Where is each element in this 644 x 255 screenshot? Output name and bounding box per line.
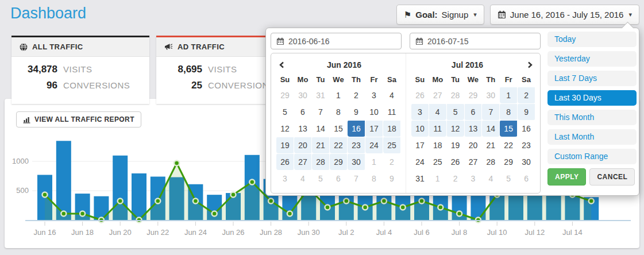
day-cell[interactable]: 19 — [446, 137, 464, 153]
day-cell[interactable]: 12 — [276, 120, 294, 137]
day-cell[interactable]: 21 — [482, 137, 500, 153]
day-cell[interactable]: 20 — [464, 137, 482, 153]
day-cell[interactable]: 18 — [429, 137, 446, 153]
preset-yesterday[interactable]: Yesterday — [547, 51, 637, 67]
day-cell[interactable]: 21 — [312, 137, 330, 153]
day-cell[interactable]: 17 — [365, 120, 383, 137]
preset-today[interactable]: Today — [547, 32, 637, 47]
day-cell[interactable]: 2 — [518, 87, 535, 103]
day-cell[interactable]: 19 — [276, 137, 294, 153]
day-cell[interactable]: 5 — [446, 103, 464, 120]
day-cell[interactable]: 30 — [348, 153, 365, 170]
day-cell[interactable]: 7 — [482, 103, 500, 120]
day-cell[interactable]: 29 — [464, 87, 482, 103]
day-cell[interactable]: 30 — [294, 87, 312, 103]
date-range-button[interactable]: June 16, 2016 - July 15, 2016 ▾ — [490, 5, 639, 25]
day-cell[interactable]: 13 — [294, 120, 312, 137]
day-cell[interactable]: 1 — [429, 170, 446, 187]
day-cell[interactable]: 27 — [294, 153, 312, 170]
day-cell[interactable]: 3 — [464, 170, 482, 187]
day-cell[interactable]: 2 — [348, 87, 365, 103]
day-cell[interactable]: 14 — [482, 120, 500, 137]
day-cell[interactable]: 3 — [411, 103, 429, 120]
day-cell[interactable]: 6 — [294, 103, 312, 120]
day-cell[interactable]: 24 — [411, 153, 429, 170]
day-cell[interactable]: 27 — [429, 87, 446, 103]
day-cell[interactable]: 6 — [330, 170, 348, 187]
day-cell[interactable]: 9 — [348, 103, 365, 120]
day-cell[interactable]: 6 — [464, 103, 482, 120]
day-cell[interactable]: 11 — [429, 120, 446, 137]
preset-custom-range[interactable]: Custom Range — [547, 149, 637, 164]
day-cell[interactable]: 9 — [518, 103, 535, 120]
preset-last-7-days[interactable]: Last 7 Days — [547, 71, 637, 86]
day-cell[interactable]: 26 — [276, 153, 294, 170]
day-cell[interactable]: 25 — [429, 153, 446, 170]
day-cell[interactable]: 29 — [330, 153, 348, 170]
day-cell[interactable]: 5 — [276, 103, 294, 120]
day-cell[interactable]: 2 — [446, 170, 464, 187]
day-cell[interactable]: 28 — [482, 153, 500, 170]
day-cell[interactable]: 1 — [365, 153, 383, 170]
day-cell[interactable]: 8 — [365, 170, 383, 187]
day-cell[interactable]: 29 — [276, 87, 294, 103]
next-month-icon[interactable] — [524, 61, 535, 69]
day-cell[interactable]: 15 — [500, 120, 518, 137]
day-cell[interactable]: 27 — [464, 153, 482, 170]
day-cell[interactable]: 16 — [348, 120, 365, 137]
day-cell[interactable]: 15 — [330, 120, 348, 137]
day-cell[interactable]: 30 — [482, 87, 500, 103]
day-cell[interactable]: 1 — [500, 87, 518, 103]
day-cell[interactable]: 4 — [294, 170, 312, 187]
day-cell[interactable]: 23 — [518, 137, 535, 153]
day-cell[interactable]: 28 — [446, 87, 464, 103]
day-cell[interactable]: 8 — [330, 103, 348, 120]
day-cell[interactable]: 8 — [500, 103, 518, 120]
apply-button[interactable]: APPLY — [547, 168, 586, 186]
day-cell[interactable]: 10 — [365, 103, 383, 120]
day-cell[interactable]: 1 — [330, 87, 348, 103]
prev-month-icon[interactable] — [276, 61, 287, 69]
preset-last-month[interactable]: Last Month — [547, 129, 637, 145]
day-cell[interactable]: 4 — [482, 170, 500, 187]
day-cell[interactable]: 12 — [446, 120, 464, 137]
start-date-input[interactable]: 2016-06-16 — [271, 33, 402, 49]
day-cell[interactable]: 31 — [312, 87, 330, 103]
day-cell[interactable]: 23 — [348, 137, 365, 153]
day-cell[interactable]: 9 — [383, 170, 401, 187]
day-cell[interactable]: 22 — [500, 137, 518, 153]
day-cell[interactable]: 5 — [500, 170, 518, 187]
day-cell[interactable]: 10 — [411, 120, 429, 137]
day-cell[interactable]: 7 — [312, 103, 330, 120]
day-cell[interactable]: 14 — [312, 120, 330, 137]
day-cell[interactable]: 17 — [411, 137, 429, 153]
day-cell[interactable]: 4 — [383, 87, 401, 103]
day-cell[interactable]: 25 — [383, 137, 401, 153]
day-cell[interactable]: 7 — [348, 170, 365, 187]
day-cell[interactable]: 3 — [365, 87, 383, 103]
cancel-button[interactable]: CANCEL — [589, 168, 635, 186]
day-cell[interactable]: 31 — [411, 170, 429, 187]
day-cell[interactable]: 3 — [276, 170, 294, 187]
day-cell[interactable]: 18 — [383, 120, 401, 137]
day-cell[interactable]: 26 — [446, 153, 464, 170]
day-cell[interactable]: 2 — [383, 153, 401, 170]
day-cell[interactable]: 4 — [429, 103, 446, 120]
day-cell[interactable]: 20 — [294, 137, 312, 153]
goal-dropdown-button[interactable]: ⚑ Goal: Signup ▾ — [396, 5, 484, 25]
day-cell[interactable]: 24 — [365, 137, 383, 153]
day-cell[interactable]: 6 — [518, 170, 535, 187]
day-cell[interactable]: 13 — [464, 120, 482, 137]
preset-last-30-days[interactable]: Last 30 Days — [547, 90, 637, 106]
day-cell[interactable]: 22 — [330, 137, 348, 153]
end-date-input[interactable]: 2016-07-15 — [410, 33, 541, 49]
day-cell[interactable]: 5 — [312, 170, 330, 187]
day-cell[interactable]: 16 — [518, 120, 535, 137]
view-all-traffic-report-button[interactable]: VIEW ALL TRAFFIC REPORT — [16, 111, 141, 128]
day-cell[interactable]: 30 — [518, 153, 535, 170]
day-cell[interactable]: 26 — [411, 87, 429, 103]
day-cell[interactable]: 11 — [383, 103, 401, 120]
day-cell[interactable]: 28 — [312, 153, 330, 170]
preset-this-month[interactable]: This Month — [547, 110, 637, 125]
day-cell[interactable]: 29 — [500, 153, 518, 170]
